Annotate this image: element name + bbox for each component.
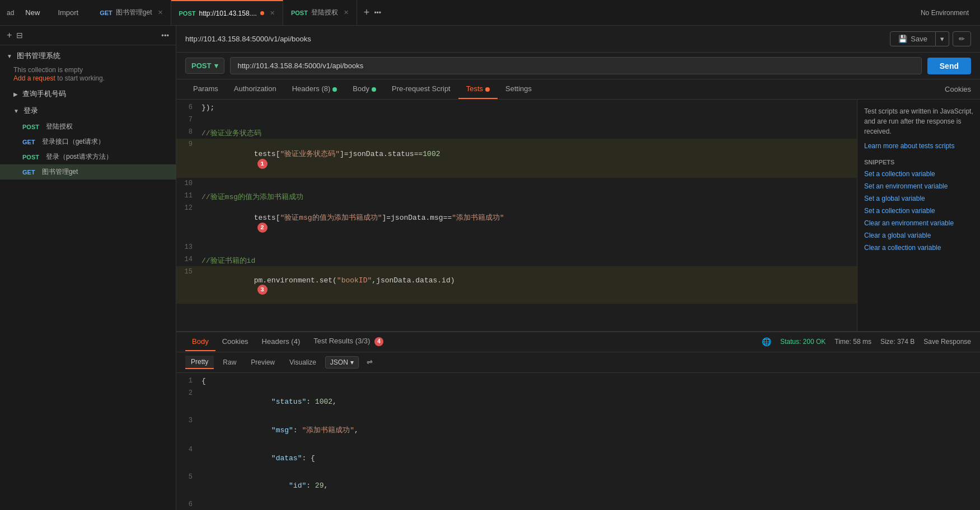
group-name: 查询手机号码: [22, 89, 66, 99]
badge-1: 1: [257, 159, 268, 169]
group-name: 登录: [24, 106, 38, 116]
tab-close-icon[interactable]: ✕: [344, 9, 349, 16]
sub-item-post-login[interactable]: POST 登录（post请求方法）: [0, 149, 176, 164]
method-badge: POST: [20, 153, 41, 161]
new-button[interactable]: New: [18, 8, 46, 17]
snippet-set-collection-var[interactable]: Set a collection variable: [864, 170, 973, 178]
learn-more-link[interactable]: Learn more about tests scripts: [864, 142, 954, 150]
tab-settings[interactable]: Settings: [498, 79, 540, 99]
tab-close-icon[interactable]: ✕: [158, 9, 163, 16]
request-tab-nav: Params Authorization Headers (8) Body Pr…: [176, 79, 980, 100]
response-tab-test-results[interactable]: Test Results (3/3) 4: [307, 332, 390, 352]
snippet-set-global-var[interactable]: Set a global variable: [864, 195, 973, 202]
editor-line-11: 11 //验证msg的值为添加书籍成功: [176, 190, 857, 202]
filter-button[interactable]: ⊟: [16, 31, 23, 40]
response-tabs: Body Cookies Headers (4) Test Results (3…: [176, 332, 980, 352]
tab-post-books[interactable]: POST http://101.43.158.... ✕: [171, 0, 283, 25]
save-dropdown-button[interactable]: ▾: [936, 31, 949, 46]
editor-line-9: 9 tests["验证业务状态码"]=jsonData.status==1002…: [176, 139, 857, 178]
response-size: Size: 374 B: [880, 338, 915, 346]
item-name: 登录接口（get请求）: [42, 137, 105, 147]
snippet-set-env-var[interactable]: Set an environment variable: [864, 182, 973, 190]
sidebar: + ⊟ ••• ▼ 图书管理系统 This collection is empt…: [0, 26, 176, 510]
editor-container: 6 }); 7 8 //验证业务状态码 9 tests["验证业务状态: [176, 100, 980, 331]
response-tab-headers[interactable]: Headers (4): [255, 333, 307, 351]
snippet-set-collection-var-2[interactable]: Set a collection variable: [864, 207, 973, 215]
collection-title[interactable]: ▼ 图书管理系统: [0, 48, 176, 64]
format-select[interactable]: JSON ▾: [325, 356, 359, 369]
method-select[interactable]: POST ▾: [185, 58, 224, 74]
sub-item-get-library[interactable]: GET 图书管理get: [0, 164, 176, 180]
editor-line-6: 6 });: [176, 102, 857, 114]
snippet-clear-collection-var[interactable]: Clear a collection variable: [864, 244, 973, 252]
save-response-button[interactable]: Save Response: [923, 338, 971, 346]
tab-list: GET 图书管理get ✕ POST http://101.43.158....…: [92, 0, 909, 25]
response-line-1: 1 {: [176, 375, 980, 388]
group-query-phone[interactable]: ▶ 查询手机号码: [0, 86, 176, 102]
snippet-clear-env-var[interactable]: Clear an environment variable: [864, 219, 973, 227]
format-tab-visualize[interactable]: Visualize: [284, 356, 322, 369]
sidebar-dots[interactable]: •••: [161, 31, 169, 40]
collection-empty-text: This collection is empty: [13, 66, 83, 74]
code-editor: 6 }); 7 8 //验证业务状态码 9 tests["验证业务状态: [176, 100, 857, 331]
request-bar: POST ▾ Send: [176, 53, 980, 79]
wrap-icon[interactable]: ⇌: [367, 358, 373, 366]
add-collection-button[interactable]: +: [7, 30, 12, 40]
tab-pre-request[interactable]: Pre-request Script: [384, 79, 458, 99]
save-label: Save: [911, 35, 927, 43]
tab-post-auth[interactable]: POST 登陆授权 ✕: [283, 0, 357, 25]
edit-button[interactable]: ✏: [953, 31, 971, 46]
tab-headers[interactable]: Headers (8): [284, 79, 345, 99]
group-login[interactable]: ▼ 登录: [0, 102, 176, 119]
right-panel: Test scripts are written in JavaScript, …: [857, 100, 980, 331]
format-dropdown-arrow: ▾: [350, 358, 354, 366]
tab-tests[interactable]: Tests: [458, 79, 498, 99]
test-results-badge: 4: [374, 337, 383, 346]
app-name: ad: [7, 9, 14, 17]
editor-line-14: 14 //验证书籍的id: [176, 254, 857, 266]
format-value: JSON: [330, 358, 348, 366]
add-request-link[interactable]: Add a request: [13, 74, 55, 82]
response-line-2: 2 "status": 1002,: [176, 388, 980, 415]
main-layout: + ⊟ ••• ▼ 图书管理系统 This collection is empt…: [0, 26, 980, 510]
add-tab-button[interactable]: +: [364, 7, 370, 18]
save-icon: 💾: [898, 35, 907, 43]
tab-name: 登陆授权: [311, 8, 338, 17]
tabs-menu-button[interactable]: •••: [374, 9, 381, 17]
url-input[interactable]: [230, 57, 921, 74]
editor-line-15: 15 pm.environment.set("bookID",jsonData.…: [176, 266, 857, 304]
editor-line-10: 10: [176, 178, 857, 190]
response-tab-cookies[interactable]: Cookies: [215, 333, 255, 351]
method-badge: GET: [20, 168, 37, 176]
tab-get-library[interactable]: GET 图书管理get ✕: [92, 0, 171, 25]
collection-arrow: ▼: [7, 53, 12, 59]
top-bar-left: ad New Import: [0, 8, 92, 17]
tab-authorization[interactable]: Authorization: [226, 79, 284, 99]
top-bar: ad New Import GET 图书管理get ✕ POST http://…: [0, 0, 980, 26]
response-line-3: 3 "msg": "添加书籍成功",: [176, 415, 980, 444]
status-200: Status: 200 OK: [780, 338, 826, 346]
save-button[interactable]: 💾 Save: [890, 31, 936, 46]
format-tab-pretty[interactable]: Pretty: [185, 356, 214, 369]
format-tab-raw[interactable]: Raw: [217, 356, 242, 369]
response-body: 1 { 2 "status": 1002, 3 "msg": "添加书籍成功",: [176, 373, 980, 511]
format-tab-preview[interactable]: Preview: [245, 356, 280, 369]
collection-empty-section: This collection is empty Add a request t…: [0, 64, 176, 86]
send-button[interactable]: Send: [927, 58, 971, 74]
import-button[interactable]: Import: [51, 8, 85, 17]
snippets-title: SNIPPETS: [864, 159, 973, 166]
response-tab-body[interactable]: Body: [185, 333, 215, 351]
save-button-group: 💾 Save ▾ ✏: [890, 31, 971, 46]
item-name: 登录（post请求方法）: [46, 152, 112, 162]
method-badge: GET: [20, 138, 37, 146]
sub-item-get-login[interactable]: GET 登录接口（get请求）: [0, 134, 176, 149]
snippet-clear-global-var[interactable]: Clear a global variable: [864, 232, 973, 239]
method-badge: POST: [20, 123, 41, 131]
sub-item-post-auth[interactable]: POST 登陆授权: [0, 119, 176, 134]
tab-body[interactable]: Body: [345, 79, 384, 99]
collection-library-system: ▼ 图书管理系统 This collection is empty Add a …: [0, 45, 176, 182]
tab-cookies[interactable]: Cookies: [945, 80, 971, 98]
tab-params[interactable]: Params: [185, 79, 226, 99]
environment-selector[interactable]: No Environment: [909, 9, 980, 17]
tab-close-icon[interactable]: ✕: [270, 10, 275, 17]
